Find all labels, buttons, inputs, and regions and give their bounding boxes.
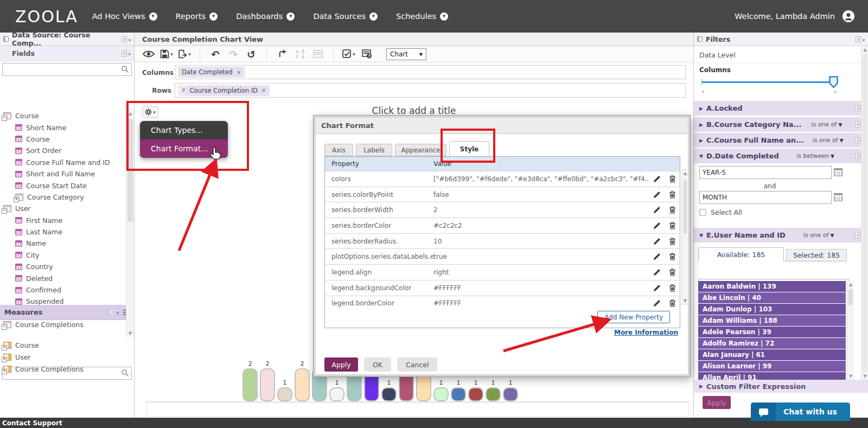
edit-icon[interactable] [649, 284, 665, 292]
sort-icon[interactable]: AZ [293, 48, 307, 61]
edit-icon[interactable] [649, 191, 665, 199]
panel-menu-icon[interactable] [110, 308, 119, 316]
field-item[interactable]: Confirmed [0, 284, 126, 296]
filter-section-user-name[interactable]: ▼ E.User Name and ID is one of▼ [694, 228, 868, 242]
dialog-ok-button[interactable]: OK [364, 357, 391, 372]
edit-icon[interactable] [649, 299, 665, 307]
chart-settings-button[interactable] [142, 106, 158, 118]
custom-filter-expression[interactable]: ▶ Custom Filter Expression [694, 380, 868, 393]
columns-slider-handle[interactable] [829, 76, 839, 88]
user-list-item[interactable]: Aaron Baldwin | 139 [698, 281, 846, 292]
columns-field-box[interactable]: Date Completed× [175, 65, 686, 79]
field-item[interactable]: City [0, 250, 126, 261]
edit-icon[interactable] [649, 238, 665, 245]
panel-menu-icon[interactable] [856, 35, 865, 43]
select-all-checkbox[interactable] [699, 209, 706, 216]
nav-dashboards[interactable]: Dashboards [236, 12, 295, 21]
redo-icon[interactable]: ↷ [227, 48, 240, 61]
filters-apply-button[interactable]: Apply [703, 396, 731, 409]
field-item[interactable]: First Name [0, 215, 126, 226]
chat-with-us-button[interactable]: Chat with us [751, 403, 850, 421]
edit-icon[interactable] [649, 175, 665, 183]
filter-section-course-category[interactable]: ▶ B.Course Category Na... is one of▼ [694, 117, 868, 132]
scrollbar-thumb[interactable] [127, 119, 133, 222]
expand-icon[interactable]: ▶ [699, 138, 703, 143]
chart-type-select[interactable]: Chart [386, 48, 426, 60]
date-to-input[interactable] [699, 191, 832, 204]
remove-icon[interactable]: × [261, 87, 266, 93]
user-list-item[interactable]: Adam Williams | 188 [698, 315, 846, 326]
filter-section-date-completed[interactable]: ▼ D.Date Completed is between▼ [694, 149, 868, 163]
field-item[interactable]: Short Name [0, 122, 126, 133]
field-item[interactable]: Sort Order [0, 145, 126, 156]
collapse-icon[interactable]: ▼ [699, 154, 703, 159]
field-item[interactable]: Deleted [0, 272, 126, 284]
measure-item[interactable]: Course Completions [0, 363, 126, 375]
remove-icon[interactable]: × [237, 69, 241, 75]
delete-icon[interactable] [665, 269, 680, 276]
table-item[interactable]: Course Completions [0, 319, 126, 330]
user-list-item[interactable]: Allan April | 91 [698, 372, 846, 380]
user-list-item[interactable]: Adolfo Ramirez | 72 [698, 338, 846, 349]
undo-all-icon[interactable]: ↺ [245, 48, 258, 61]
field-item[interactable]: Course [0, 133, 126, 145]
scroll-down-icon[interactable]: ▼ [861, 373, 868, 380]
user-list-item[interactable]: Adam Dunlop | 103 [698, 304, 846, 315]
rows-field-box[interactable]: # Course Completion ID× [175, 83, 686, 98]
details-icon[interactable] [311, 48, 324, 61]
user-list-item[interactable]: Alison Learner | 99 [698, 361, 846, 372]
scroll-up-icon[interactable]: ▲ [682, 170, 688, 177]
filter-section-course-full-name[interactable]: ▶ C.Course Full Name an... is one of▼ [694, 133, 868, 148]
delete-icon[interactable] [665, 284, 680, 292]
more-information-link[interactable]: More Information [614, 329, 678, 336]
add-new-property-button[interactable]: Add New Property [597, 311, 670, 323]
dialog-cancel-button[interactable]: Cancel [397, 357, 437, 372]
tab-axis[interactable]: Axis [324, 144, 353, 156]
delete-icon[interactable] [665, 206, 680, 214]
chart-title-placeholder[interactable]: Click to add a title [304, 105, 524, 116]
scroll-down-icon[interactable]: ▼ [847, 373, 854, 380]
dialog-apply-button[interactable]: Apply [324, 357, 358, 372]
table-item[interactable]: Course [0, 110, 126, 122]
measure-item[interactable]: User [0, 351, 126, 363]
tab-labels[interactable]: Labels [356, 144, 392, 156]
expand-icon[interactable]: ▶ [699, 122, 703, 127]
user-list-item[interactable]: Alan January | 61 [698, 349, 846, 360]
input-controls-icon[interactable] [342, 48, 355, 61]
user-list-item[interactable]: Adele Pearson | 39 [698, 327, 846, 337]
scroll-down-icon[interactable]: ▼ [126, 330, 134, 337]
edit-icon[interactable] [649, 269, 665, 276]
tab-available[interactable]: Available: 185 [698, 247, 784, 261]
field-item[interactable]: Course Full Name and ID [0, 157, 126, 168]
preview-icon[interactable] [142, 48, 155, 61]
menu-item-chart-format[interactable]: Chart Format... [140, 139, 228, 158]
columns-field-pill[interactable]: Date Completed× [178, 67, 245, 78]
tab-selected[interactable]: Selected: 185 [786, 249, 847, 261]
panel-menu-icon[interactable] [122, 49, 131, 58]
user-list-item[interactable]: Abe Lincoln | 40 [698, 292, 846, 303]
edit-icon[interactable] [649, 206, 665, 214]
tab-style[interactable]: Style [449, 141, 489, 156]
field-item[interactable]: Last Name [0, 226, 126, 238]
delete-icon[interactable] [665, 238, 680, 245]
nav-ad-hoc-views[interactable]: Ad Hoc Views [92, 12, 157, 21]
names-list-scrollbar[interactable]: ▲ ▼ [847, 281, 854, 380]
options-help-icon[interactable]: ? [360, 48, 373, 61]
nav-reports[interactable]: Reports [176, 12, 218, 21]
delete-icon[interactable] [665, 222, 680, 229]
field-item[interactable]: Country [0, 261, 126, 272]
measure-item[interactable]: Course [0, 339, 126, 351]
field-item[interactable]: Course Start Date [0, 180, 126, 191]
table-item[interactable]: Course Category [0, 191, 126, 203]
delete-icon[interactable] [665, 299, 680, 307]
delete-icon[interactable] [665, 253, 680, 260]
calendar-icon[interactable] [834, 168, 843, 176]
scroll-down-icon[interactable]: ▼ [682, 297, 688, 304]
date-from-input[interactable] [699, 166, 832, 179]
panel-menu-icon[interactable] [122, 35, 131, 43]
menu-item-chart-types[interactable]: Chart Types... [140, 121, 228, 139]
dialog-title-bar[interactable]: Chart Format [316, 118, 688, 134]
field-item[interactable]: Name [0, 238, 126, 249]
collapse-icon[interactable]: ▼ [699, 233, 703, 238]
scroll-up-icon[interactable]: ▲ [126, 110, 134, 117]
